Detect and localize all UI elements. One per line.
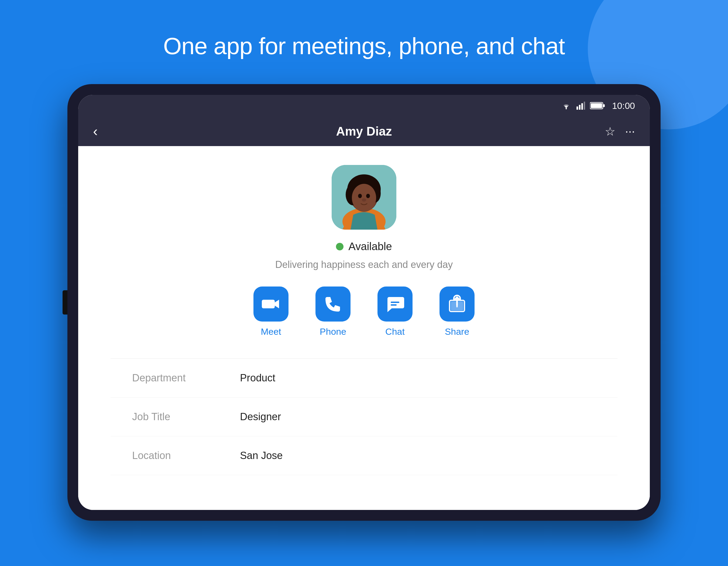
svg-rect-4 bbox=[584, 102, 585, 110]
department-label: Department bbox=[132, 372, 240, 384]
phone-button[interactable]: Phone bbox=[315, 286, 351, 337]
tablet-screen: 10:00 ‹ Amy Diaz ☆ ··· bbox=[78, 95, 650, 510]
avatar-image bbox=[332, 165, 396, 230]
share-btn-icon-container bbox=[439, 286, 475, 321]
more-options-button[interactable]: ··· bbox=[625, 125, 635, 138]
avatar bbox=[332, 165, 396, 230]
svg-rect-18 bbox=[391, 301, 399, 303]
location-label: Location bbox=[132, 450, 240, 461]
svg-point-14 bbox=[352, 184, 376, 212]
chat-icon bbox=[385, 294, 405, 314]
signal-icon bbox=[576, 102, 585, 110]
action-buttons: Meet Phone bbox=[253, 286, 475, 337]
svg-point-17 bbox=[362, 198, 366, 202]
favorite-button[interactable]: ☆ bbox=[605, 125, 615, 138]
phone-btn-icon-container bbox=[315, 286, 351, 321]
status-bar: 10:00 bbox=[78, 95, 650, 117]
svg-rect-1 bbox=[576, 107, 578, 110]
meet-label: Meet bbox=[261, 326, 281, 337]
info-section: Department Product Job Title Designer Lo… bbox=[111, 358, 617, 475]
nav-bar: ‹ Amy Diaz ☆ ··· bbox=[78, 117, 650, 146]
job-title-value: Designer bbox=[240, 411, 281, 423]
svg-rect-7 bbox=[591, 103, 602, 108]
nav-title: Amy Diaz bbox=[336, 124, 392, 139]
department-row: Department Product bbox=[111, 359, 617, 397]
status-message: Delivering happiness each and every day bbox=[275, 259, 453, 270]
profile-content: Available Delivering happiness each and … bbox=[78, 146, 650, 510]
phone-label: Phone bbox=[320, 326, 346, 337]
svg-point-15 bbox=[358, 194, 362, 198]
svg-rect-2 bbox=[579, 105, 581, 110]
status-icons: 10:00 bbox=[561, 101, 635, 111]
chat-button[interactable]: Chat bbox=[377, 286, 413, 337]
job-title-label: Job Title bbox=[132, 411, 240, 423]
tablet-side-button bbox=[63, 290, 67, 314]
battery-icon bbox=[590, 102, 605, 109]
page-headline: One app for meetings, phone, and chat bbox=[163, 32, 565, 60]
meet-btn-icon-container bbox=[253, 286, 289, 321]
department-value: Product bbox=[240, 372, 275, 384]
availability-dot bbox=[336, 243, 344, 251]
svg-point-16 bbox=[366, 194, 370, 198]
share-label: Share bbox=[445, 326, 469, 337]
share-icon bbox=[447, 294, 467, 314]
video-icon bbox=[261, 294, 281, 314]
location-value: San Jose bbox=[240, 450, 283, 461]
svg-rect-19 bbox=[391, 304, 397, 305]
status-row: Available bbox=[336, 241, 392, 253]
chat-label: Chat bbox=[385, 326, 405, 337]
nav-actions: ☆ ··· bbox=[605, 125, 635, 138]
location-row: Location San Jose bbox=[111, 436, 617, 475]
meet-button[interactable]: Meet bbox=[253, 286, 289, 337]
status-time: 10:00 bbox=[612, 101, 635, 111]
tablet-device: 10:00 ‹ Amy Diaz ☆ ··· bbox=[67, 84, 661, 521]
job-title-row: Job Title Designer bbox=[111, 397, 617, 436]
back-button[interactable]: ‹ bbox=[93, 123, 98, 139]
svg-rect-6 bbox=[603, 104, 605, 107]
svg-rect-3 bbox=[581, 103, 583, 110]
wifi-icon bbox=[561, 102, 572, 110]
phone-icon bbox=[323, 294, 343, 314]
share-button[interactable]: Share bbox=[439, 286, 475, 337]
svg-point-0 bbox=[565, 108, 567, 109]
availability-text: Available bbox=[348, 241, 392, 253]
chat-btn-icon-container bbox=[377, 286, 413, 321]
